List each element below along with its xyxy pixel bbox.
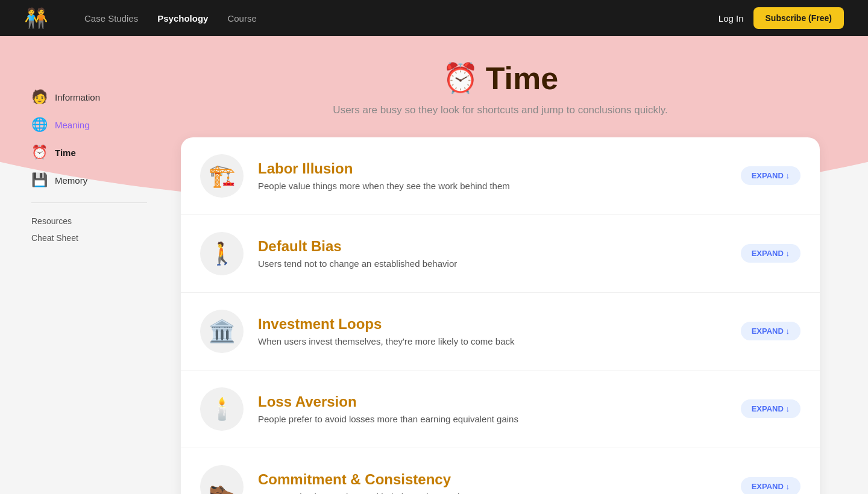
commitment-consistency-icon: 👞 bbox=[200, 465, 244, 495]
time-icon: ⏰ bbox=[31, 145, 48, 160]
commitment-consistency-title: Commitment & Consistency bbox=[258, 471, 726, 488]
labor-illusion-desc: People value things more when they see t… bbox=[258, 181, 726, 191]
default-bias-icon: 🚶 bbox=[200, 232, 244, 275]
sidebar-label-information: Information bbox=[55, 92, 100, 102]
sidebar-item-meaning[interactable]: 🌐 Meaning bbox=[24, 112, 154, 137]
navbar: 🧑‍🤝‍🧑 Case Studies Psychology Course Log… bbox=[0, 0, 868, 36]
loss-aversion-icon: 🕯️ bbox=[200, 387, 244, 431]
expand-commitment-consistency-button[interactable]: EXPAND ↓ bbox=[741, 477, 800, 494]
information-icon: 🧑 bbox=[31, 89, 48, 105]
commitment-consistency-text: Commitment & Consistency Users tend to b… bbox=[258, 471, 726, 494]
cards-list: 🏗️ Labor Illusion People value things mo… bbox=[181, 137, 820, 495]
nav-case-studies[interactable]: Case Studies bbox=[84, 13, 138, 23]
card-investment-loops: 🏛️ Investment Loops When users invest th… bbox=[181, 293, 820, 370]
page-title: ⏰ Time bbox=[181, 60, 820, 96]
sidebar-label-memory: Memory bbox=[55, 175, 87, 186]
labor-illusion-icon: 🏗️ bbox=[200, 154, 244, 198]
card-commitment-consistency: 👞 Commitment & Consistency Users tend to… bbox=[181, 448, 820, 495]
labor-illusion-title: Labor Illusion bbox=[258, 160, 726, 177]
page-header: ⏰ Time Users are busy so they look for s… bbox=[181, 60, 820, 118]
loss-aversion-title: Loss Aversion bbox=[258, 393, 726, 410]
sidebar-label-time: Time bbox=[55, 148, 76, 158]
default-bias-desc: Users tend not to change an established … bbox=[258, 258, 726, 269]
nav-psychology[interactable]: Psychology bbox=[157, 13, 208, 23]
card-default-bias: 🚶 Default Bias Users tend not to change … bbox=[181, 215, 820, 293]
sidebar-resource-resources[interactable]: Resources bbox=[24, 213, 154, 230]
default-bias-text: Default Bias Users tend not to change an… bbox=[258, 238, 726, 269]
nav-actions: Log In Subscribe (Free) bbox=[719, 7, 844, 29]
page-subtitle: Users are busy so they look for shortcut… bbox=[181, 102, 820, 118]
default-bias-title: Default Bias bbox=[258, 238, 726, 255]
sidebar-label-meaning: Meaning bbox=[55, 120, 90, 130]
expand-labor-illusion-button[interactable]: EXPAND ↓ bbox=[741, 166, 800, 185]
commitment-consistency-desc: Users tend to be consistent with their p… bbox=[258, 492, 726, 494]
investment-loops-desc: When users invest themselves, they're mo… bbox=[258, 336, 726, 346]
sidebar: 🧑 Information 🌐 Meaning ⏰ Time 💾 Memory … bbox=[0, 36, 169, 494]
sidebar-item-time[interactable]: ⏰ Time bbox=[24, 140, 154, 165]
page-title-emoji: ⏰ bbox=[442, 61, 479, 95]
investment-loops-icon: 🏛️ bbox=[200, 310, 244, 353]
meaning-icon: 🌐 bbox=[31, 117, 48, 133]
card-labor-illusion: 🏗️ Labor Illusion People value things mo… bbox=[181, 137, 820, 215]
logo[interactable]: 🧑‍🤝‍🧑 bbox=[24, 7, 48, 30]
main-content: ⏰ Time Users are busy so they look for s… bbox=[169, 36, 868, 494]
page-title-text: Time bbox=[486, 60, 558, 96]
nav-course[interactable]: Course bbox=[227, 13, 256, 23]
sidebar-divider bbox=[31, 202, 147, 203]
sidebar-item-information[interactable]: 🧑 Information bbox=[24, 84, 154, 110]
labor-illusion-text: Labor Illusion People value things more … bbox=[258, 160, 726, 191]
loss-aversion-text: Loss Aversion People prefer to avoid los… bbox=[258, 393, 726, 424]
investment-loops-text: Investment Loops When users invest thems… bbox=[258, 316, 726, 346]
sidebar-resource-cheat-sheet[interactable]: Cheat Sheet bbox=[24, 230, 154, 246]
expand-loss-aversion-button[interactable]: EXPAND ↓ bbox=[741, 399, 800, 418]
nav-links: Case Studies Psychology Course bbox=[84, 13, 694, 23]
logo-icon: 🧑‍🤝‍🧑 bbox=[24, 7, 48, 30]
investment-loops-title: Investment Loops bbox=[258, 316, 726, 333]
login-button[interactable]: Log In bbox=[719, 13, 744, 23]
expand-investment-loops-button[interactable]: EXPAND ↓ bbox=[741, 322, 800, 340]
expand-default-bias-button[interactable]: EXPAND ↓ bbox=[741, 244, 800, 263]
sidebar-item-memory[interactable]: 💾 Memory bbox=[24, 167, 154, 193]
memory-icon: 💾 bbox=[31, 172, 48, 188]
subscribe-button[interactable]: Subscribe (Free) bbox=[753, 7, 844, 29]
loss-aversion-desc: People prefer to avoid losses more than … bbox=[258, 414, 726, 424]
page-wrapper: 🧑 Information 🌐 Meaning ⏰ Time 💾 Memory … bbox=[0, 36, 868, 494]
card-loss-aversion: 🕯️ Loss Aversion People prefer to avoid … bbox=[181, 370, 820, 448]
